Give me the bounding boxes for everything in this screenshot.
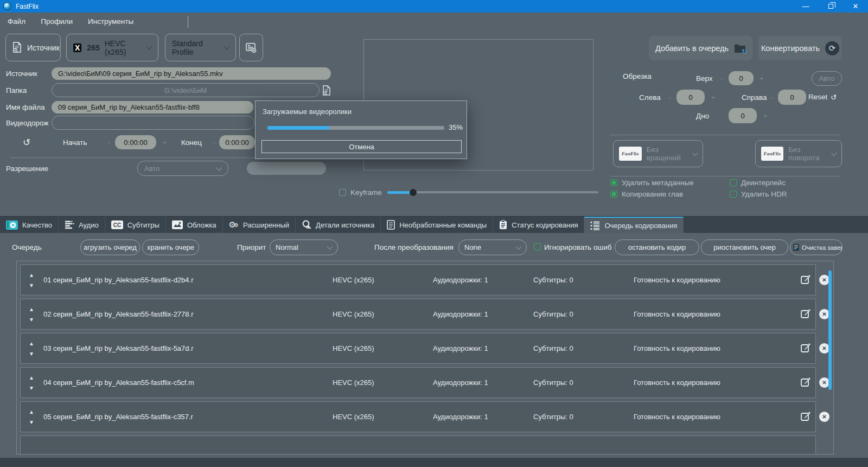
tab-source-details[interactable]: i Детали источника (296, 217, 381, 233)
crop-reset-button[interactable]: Reset↺ (808, 93, 837, 102)
priority-select[interactable]: Normal (270, 239, 338, 255)
tab-advanced[interactable]: ⚙⚙ Расширенный (223, 217, 296, 233)
remove-hdr-checkbox[interactable] (730, 191, 737, 198)
load-queue-button[interactable]: агрузить очеред (80, 239, 140, 255)
menu-tools[interactable]: Инструменты (80, 12, 141, 30)
queue-row-status: Готовность к кодированию (634, 276, 720, 284)
progress-bar (267, 126, 444, 130)
profile-select[interactable]: Standard Profile (165, 34, 236, 61)
restore-button[interactable] (818, 0, 843, 12)
crop-left-plus[interactable]: + (711, 93, 716, 102)
edit-icon[interactable] (801, 274, 811, 285)
source-open-button[interactable]: Источник (5, 34, 61, 61)
tab-audio[interactable]: Аудио (59, 217, 105, 233)
remove-metadata-checkbox[interactable] (610, 179, 617, 186)
start-minus-button[interactable]: - (108, 138, 110, 147)
cancel-button[interactable]: Отмена (261, 140, 462, 153)
queue-scrollbar[interactable] (828, 270, 832, 390)
keyframe-checkbox[interactable] (339, 189, 346, 196)
edit-icon[interactable] (801, 411, 811, 421)
edit-icon[interactable] (801, 308, 811, 319)
folder-browse-icon[interactable] (322, 85, 331, 96)
crop-left-input[interactable]: 0 (676, 90, 705, 105)
rotation-select[interactable]: FastFlix Без вращений (613, 140, 703, 167)
move-up-icon[interactable]: ▲ (26, 407, 37, 417)
tab-subtitles[interactable]: CC Субтитры (105, 217, 166, 233)
crop-top-plus[interactable]: + (760, 74, 764, 83)
copy-chapters-checkbox[interactable] (610, 191, 617, 198)
crop-right-label: Справа (742, 93, 767, 102)
videotrack-select[interactable] (52, 116, 254, 130)
start-time-input[interactable]: 0:00:00 (115, 135, 156, 149)
crop-left-minus[interactable]: - (668, 93, 671, 102)
move-up-icon[interactable]: ▲ (26, 373, 37, 383)
tab-raw-commands[interactable]: Необработанные команды (381, 217, 493, 233)
close-button[interactable]: ✕ (843, 0, 868, 12)
flip-select[interactable]: FastFlix Без поворота (755, 140, 842, 167)
edit-icon[interactable] (801, 343, 811, 353)
move-down-icon[interactable]: ▼ (26, 349, 37, 359)
tab-encoding-status[interactable]: Статус кодирования (493, 217, 584, 233)
remove-row-icon[interactable]: ✕ (819, 412, 829, 422)
resolution-select[interactable]: Авто (137, 161, 228, 176)
after-conversion-value: None (464, 243, 481, 251)
menu-file[interactable]: Файл (0, 12, 33, 30)
row-reorder-arrows[interactable]: ▲▼ (26, 338, 37, 359)
document-add-icon (12, 42, 22, 53)
resolution-custom-input[interactable] (247, 162, 326, 175)
queue-row-codec: HEVC (x265) (333, 310, 374, 318)
edit-icon[interactable] (801, 377, 811, 387)
move-up-icon[interactable]: ▲ (26, 304, 37, 314)
queue-row-codec: HEVC (x265) (333, 378, 374, 387)
deinterlace-checkbox[interactable] (730, 179, 737, 186)
status-clipboard-icon (499, 220, 507, 230)
reset-icon: ↺ (831, 93, 837, 102)
row-reorder-arrows[interactable]: ▲▼ (26, 373, 37, 393)
crop-top-input[interactable]: 0 (729, 71, 754, 85)
add-to-queue-button[interactable]: Добавить в очередь ↻ (649, 36, 752, 60)
tab-quality[interactable]: Качество (0, 217, 59, 233)
ignore-errors-checkbox[interactable] (534, 243, 541, 250)
stop-encoding-button[interactable]: остановить кодир (615, 239, 699, 255)
trim-reset-icon[interactable]: ↺ (23, 137, 30, 148)
queue-rows: ▲▼ 01 серия_БиМ_rip by_Aleksan55-fastfli… (17, 264, 833, 432)
crop-label: Обрезка (623, 72, 652, 80)
row-reorder-arrows[interactable]: ▲▼ (26, 304, 37, 325)
keyframe-slider-track[interactable] (387, 191, 598, 193)
move-up-icon[interactable]: ▲ (26, 338, 37, 349)
crop-auto-button[interactable]: Авто (812, 71, 842, 86)
minimize-button[interactable]: — (793, 0, 818, 12)
after-conversion-select[interactable]: None (458, 239, 527, 255)
keyframe-slider-handle[interactable] (410, 189, 417, 196)
filename-input[interactable]: 09 серия_БиМ_rip by_Aleksan55-fastflix-b… (52, 101, 253, 113)
priority-value: Normal (276, 243, 298, 251)
row-reorder-arrows[interactable]: ▲▼ (26, 270, 37, 291)
crop-right-minus[interactable]: - (770, 93, 773, 102)
tab-cover[interactable]: Обложка (166, 217, 223, 233)
crop-top-minus[interactable]: - (720, 74, 723, 83)
move-up-icon[interactable]: ▲ (26, 270, 37, 280)
move-down-icon[interactable]: ▼ (26, 280, 37, 291)
pause-queue-button[interactable]: риостановить очер (701, 239, 788, 255)
move-down-icon[interactable]: ▼ (26, 417, 37, 427)
window-bottom-edge (0, 458, 868, 467)
end-minus-button[interactable]: - (213, 138, 215, 147)
save-queue-button[interactable]: хранить очере (142, 239, 199, 255)
clear-completed-button[interactable]: Очистка завершена (790, 239, 843, 255)
convert-button[interactable]: Конвертировать ⟳ (758, 36, 842, 60)
source-path-input[interactable]: G:\video\БиМ\09 серия_БиМ_rip by_Aleksan… (52, 67, 331, 80)
row-reorder-arrows[interactable]: ▲▼ (26, 407, 37, 427)
move-down-icon[interactable]: ▼ (26, 383, 37, 393)
crop-bottom-plus[interactable]: + (763, 112, 768, 120)
folder-input[interactable]: G:\video\БиМ (52, 83, 320, 97)
start-plus-button[interactable]: + (163, 138, 167, 147)
crop-bottom-input[interactable]: 0 (729, 108, 757, 123)
keyframe-label: Keyframe (350, 188, 382, 197)
menu-profiles[interactable]: Профили (33, 12, 80, 30)
end-time-input[interactable]: 0:00:00 (219, 135, 255, 149)
move-down-icon[interactable]: ▼ (26, 314, 37, 325)
encoder-select[interactable]: X265 HEVC (x265) (66, 34, 158, 61)
add-profile-button[interactable] (239, 34, 263, 61)
tab-encoding-queue[interactable]: Очередь кодирования (584, 217, 684, 233)
crop-right-input[interactable]: 0 (778, 90, 806, 105)
